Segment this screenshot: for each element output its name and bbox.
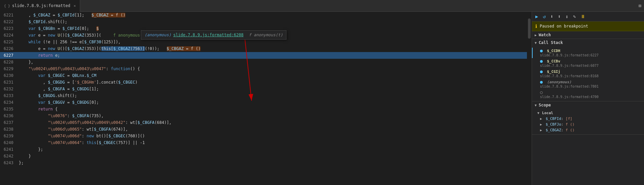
line-content: }, (17, 59, 527, 65)
line-content: var $_CBGEC = QBLnx.$_CM (17, 72, 527, 79)
call-stack-item[interactable]: $_CCDH slide.7.8.9.js:formatted:6227 (532, 48, 644, 58)
scope-var-value: [f] (566, 117, 572, 121)
call-stack-chevron: ▼ (535, 41, 537, 45)
line-content: , $_CBGAZ = $_CBFId[1]; $_CBGAZ = f () (17, 12, 527, 18)
scope-label: Scope (539, 103, 551, 107)
cs-function-name: $_CGIj (547, 70, 560, 74)
table-row: 6231 , $_CBGDG = ['$_CBGHm'].concat($_CB… (0, 79, 527, 86)
table-row: 6232 , $_CBGFA = $_CBGDG[1]; (0, 86, 527, 92)
line-content: , $_CBGFA = $_CBGDG[1]; (17, 86, 527, 92)
table-row: 6226 e = new U()[$_CBGAZ(353)](this[$_CB… (0, 45, 527, 52)
watch-header[interactable]: ▶ Watch (532, 31, 644, 39)
cs-location: slide.7.8.9.js:formatted:4700 (540, 95, 639, 99)
table-row: 6238 "\u006d\u0065": wt[$_CBGFA(674)], (0, 126, 527, 133)
tooltip-link[interactable]: slide.7.8.9.js:formatted:6208 (173, 33, 244, 37)
paused-text: Paused on breakpoint (540, 24, 588, 29)
table-row: 6222 $_CBFId.shift(); (0, 18, 527, 25)
info-icon: ℹ (535, 24, 537, 29)
table-row: 6229 "\u0024\u005f\u0043\u0043\u0047": f… (0, 65, 527, 72)
hover-tooltip: (anonymous) slide.7.8.9.js:formatted:620… (141, 30, 286, 40)
scope-local-label: Local (542, 111, 553, 115)
watch-chevron: ▶ (535, 33, 537, 37)
table-row: 6230 var $_CBGEC = QBLnx.$_CM (0, 72, 527, 79)
cs-function-name: $_CCDH (547, 49, 560, 53)
call-stack-item[interactable]: $_CCBv slide.7.8.9.js:formatted:6077 (532, 58, 644, 68)
line-number: 6240 (0, 139, 17, 146)
table-row: 6240 "\u0074\u0064": this[$_CBGEC(757)] … (0, 139, 527, 146)
pause-button[interactable]: ⏸ (580, 13, 586, 20)
step-into-button[interactable]: ⬇ (550, 13, 554, 20)
cs-location: slide.7.8.9.js:formatted:6227 (540, 53, 639, 57)
expand-icon: ▶ (540, 117, 542, 121)
line-number: 6241 (0, 146, 17, 153)
scope-var-value: f () (566, 128, 575, 132)
table-row: 6225 while (!e || 256 !== e[$_CBF30(125)… (0, 39, 527, 45)
tab-close-button[interactable]: × (73, 4, 76, 8)
line-number: 6227 (0, 52, 17, 59)
scope-var-name: $_CBFJo (546, 122, 561, 127)
right-panel: ▶ ↺ ⬇ ⬆ ↕ ✎ ⏸ ℹ Paused on breakpoint ▶ W… (532, 12, 644, 185)
scope-chevron: ▼ (535, 103, 537, 107)
watch-section: ▶ Watch (532, 31, 644, 39)
main-area: 6221 , $_CBGAZ = $_CBFId[1]; $_CBGAZ = f… (0, 12, 644, 185)
step-button[interactable]: ↕ (565, 13, 569, 20)
line-content: }; (17, 159, 527, 166)
tooltip-sub: f anonymous(t) (249, 33, 283, 37)
table-row: 6234 var $_CBGGV = $_CBGDG[0]; (0, 99, 527, 106)
table-row: 6228 }, (0, 59, 527, 65)
resume-button[interactable]: ▶ (535, 13, 539, 20)
table-row: 6235 return { (0, 106, 527, 112)
table-row: 6227 return e; (0, 52, 527, 59)
tab-bar: { } slide.7.8.9.js:formatted × ⊞ (0, 0, 644, 12)
step-out-button[interactable]: ⬆ (557, 13, 561, 20)
scope-var-value: f () (566, 122, 575, 127)
table-row: 6237 "\u0024\u005f\u0042\u0049\u0042": w… (0, 119, 527, 126)
cs-location: slide.7.8.9.js:formatted:7801 (540, 85, 639, 88)
tab-bar-controls: ⊞ (636, 3, 644, 8)
cs-function-name: $_CCBv (547, 59, 560, 63)
line-content: }; (17, 146, 527, 153)
scope-list: ▼ Local ▶ $_CBFId: [f] ▶ $_CBFJo: f () ▶… (532, 109, 644, 134)
tooltip-anon-label: (anonymous) (145, 33, 171, 37)
dot-icon (540, 81, 543, 84)
scope-header[interactable]: ▼ Scope (532, 101, 644, 109)
line-content: $_CBFId.shift(); (17, 18, 527, 25)
vertical-scrollbar[interactable] (527, 12, 532, 185)
scrollbar-thumb[interactable] (528, 18, 531, 39)
list-item[interactable]: ▶ $_CBFJo: f () (532, 122, 644, 127)
table-row: 6239 "\u0074\u006d": new bt()[$_CBGEC(76… (0, 133, 527, 139)
call-stack-item[interactable]: $_CGIj slide.7.8.9.js:formatted:8168 (532, 68, 644, 79)
scope-local-header[interactable]: ▼ Local (532, 110, 644, 116)
scope-section: ▼ Scope ▼ Local ▶ $_CBFId: [f] ▶ $_CBFJo… (532, 101, 644, 135)
cs-location: slide.7.8.9.js:formatted:6077 (540, 64, 639, 67)
list-item[interactable]: ▶ $_CBFId: [f] (532, 116, 644, 122)
split-editor-icon[interactable]: ⊞ (639, 3, 641, 8)
local-chevron: ▼ (537, 111, 539, 115)
call-stack-header[interactable]: ▼ Call Stack (532, 39, 644, 46)
file-icon: { } (4, 4, 10, 8)
active-tab[interactable]: { } slide.7.8.9.js:formatted × (0, 0, 80, 12)
scope-var-name: $_CBGAZ (546, 128, 561, 132)
code-panel[interactable]: 6221 , $_CBGAZ = $_CBFId[1]; $_CBGAZ = f… (0, 12, 527, 185)
cs-location: slide.7.8.9.js:formatted:8168 (540, 74, 639, 78)
line-number: 6236 (0, 112, 17, 119)
line-content: "\u006d\u0065": wt[$_CBGFA(674)], (17, 126, 527, 133)
line-number: 6228 (0, 59, 17, 65)
cs-function-name: (anonymous) (547, 80, 572, 84)
call-stack-item[interactable]: slide.7.8.9.js:formatted:4700 (532, 89, 644, 100)
tab-label: slide.7.8.9.js:formatted (12, 3, 70, 8)
deactivate-breakpoints-button[interactable]: ✎ (572, 13, 576, 20)
call-stack-item[interactable]: (anonymous) slide.7.8.9.js:formatted:780… (532, 79, 644, 89)
line-content: while (!e || 256 !== e[$_CBF30(125)]), (17, 39, 527, 45)
line-content: } (17, 153, 527, 159)
line-number: 6221 (0, 12, 17, 18)
table-row: 6241 }; (0, 146, 527, 153)
step-over-button[interactable]: ↺ (542, 13, 546, 20)
line-content: "\u0024\u005f\u0043\u0043\u0047": functi… (17, 65, 527, 72)
circle-icon (540, 91, 543, 94)
line-content: return { (17, 106, 527, 112)
line-content: "\u0074\u0064": this[$_CBGEC(757)] || -1 (17, 139, 527, 146)
list-item[interactable]: ▶ $_CBGAZ: f () (532, 127, 644, 133)
table-row: 6243 }; (0, 159, 527, 166)
table-row: 6242 } (0, 153, 527, 159)
